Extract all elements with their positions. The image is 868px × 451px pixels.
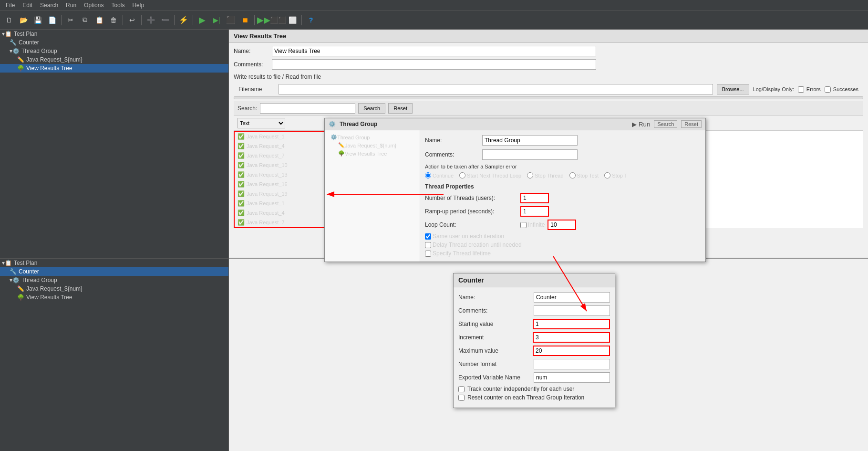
undo-button[interactable]: ↩: [126, 14, 138, 26]
tg-reset-button[interactable]: Reset: [681, 120, 702, 128]
remove-button[interactable]: ➖: [159, 14, 171, 26]
counter-name-input[interactable]: [534, 292, 610, 303]
tg-tree-item-2[interactable]: ✏️ Java Request_${num}: [328, 141, 417, 149]
tree-node-thread-group[interactable]: ▾⚙️ Thread Group: [0, 47, 228, 55]
counter-max-input[interactable]: [533, 346, 610, 356]
tg-radio-stop-t[interactable]: Stop T: [604, 172, 627, 178]
menu-options[interactable]: Options: [80, 2, 107, 9]
result-item-4[interactable]: ✅ Java Request_10: [235, 160, 328, 170]
start-no-pause-button[interactable]: ▶|: [210, 14, 223, 26]
tg-infinite-label[interactable]: Infinite: [520, 221, 545, 228]
tg-ramp-up-input[interactable]: [520, 206, 549, 217]
errors-label: Errors: [806, 86, 821, 92]
delete-button[interactable]: 🗑: [107, 14, 120, 26]
tree-node-test-plan-2[interactable]: ▾📋 Test Plan: [0, 259, 228, 267]
tg-radio-stop-test-input[interactable]: [569, 172, 576, 178]
tg-radio-start-next-input[interactable]: [459, 172, 465, 178]
remote-start-button[interactable]: ▶▶: [258, 14, 270, 26]
result-item-3[interactable]: ✅ Java Request_7: [235, 151, 328, 160]
counter-reset-checkbox[interactable]: [458, 395, 465, 401]
search-button[interactable]: Search: [358, 103, 385, 114]
tree-node-view-results-2[interactable]: 🌳 View Results Tree: [0, 293, 228, 302]
tg-search-button[interactable]: Search: [654, 120, 677, 128]
result-item-9[interactable]: ✅ Java Request_4: [235, 208, 328, 218]
tg-radio-stop-thread-input[interactable]: [527, 172, 533, 178]
tree-node-counter[interactable]: 🔧 Counter: [0, 38, 228, 47]
tg-delay-checkbox[interactable]: [425, 242, 431, 248]
tg-delay-label[interactable]: Delay Thread creation until needed: [425, 241, 701, 248]
tree-node-view-results[interactable]: 🌳 View Results Tree: [0, 64, 228, 73]
tg-same-user-checkbox[interactable]: [425, 233, 431, 240]
text-select[interactable]: Text: [238, 118, 285, 128]
menu-file[interactable]: File: [2, 2, 19, 9]
stop-button[interactable]: ⬛: [225, 14, 237, 26]
errors-checkbox[interactable]: [798, 86, 804, 93]
help-button[interactable]: ?: [305, 14, 317, 26]
tg-radio-continue[interactable]: Continue: [425, 172, 454, 178]
tree-node-test-plan[interactable]: ▾📋 Test Plan: [0, 30, 228, 38]
tree-node-java-request-2[interactable]: ✏️ Java Request_${num}: [0, 284, 228, 293]
successes-checkbox[interactable]: [825, 86, 831, 93]
tg-specify-label[interactable]: Specify Thread lifetime: [425, 250, 701, 257]
remote-shutdown-button[interactable]: ⬜: [286, 14, 299, 26]
new-button[interactable]: 🗋: [3, 14, 15, 26]
counter-comments-input[interactable]: [534, 305, 610, 316]
tree-node-counter-2[interactable]: 🔧 Counter: [0, 267, 228, 276]
result-item-2[interactable]: ✅ Java Request_4: [235, 141, 328, 151]
browse-button[interactable]: Browse...: [717, 84, 749, 94]
counter-format-input[interactable]: [534, 359, 610, 369]
save-button[interactable]: 💾: [31, 14, 44, 26]
result-item-8[interactable]: ✅ Java Request_1: [235, 199, 328, 208]
counter-exported-input[interactable]: [534, 372, 610, 383]
errors-checkbox-label[interactable]: Errors: [798, 86, 821, 93]
counter-track-checkbox[interactable]: [458, 386, 465, 392]
result-item-10[interactable]: ✅ Java Request_7: [235, 218, 328, 227]
result-item-5[interactable]: ✅ Java Request_13: [235, 170, 328, 179]
cut-button[interactable]: ✂: [64, 14, 77, 26]
tree-node-thread-group-2[interactable]: ▾⚙️ Thread Group: [0, 276, 228, 284]
start-button[interactable]: ▶: [196, 14, 208, 26]
search-input[interactable]: [260, 103, 355, 114]
name-input[interactable]: [272, 46, 596, 56]
tg-loop-count-input[interactable]: [548, 220, 576, 230]
tg-same-user-label[interactable]: Same user on each iteration: [425, 233, 701, 240]
tg-infinite-checkbox[interactable]: [520, 222, 527, 228]
filename-input[interactable]: [279, 84, 713, 94]
tg-close-button[interactable]: ▶ Run: [632, 121, 650, 128]
shutdown-button[interactable]: ⏹: [239, 14, 251, 26]
tg-tree-item-1[interactable]: ⚙️ Thread Group: [328, 133, 417, 141]
toggle-button[interactable]: ⚡: [177, 14, 190, 26]
copy-button[interactable]: ⧉: [79, 14, 91, 26]
menu-run[interactable]: Run: [62, 2, 80, 9]
menu-help[interactable]: Help: [128, 2, 148, 9]
paste-button[interactable]: 📋: [93, 14, 105, 26]
sep3: [141, 15, 142, 25]
tg-name-input[interactable]: [482, 135, 578, 146]
comments-input[interactable]: [272, 59, 596, 70]
menu-edit[interactable]: Edit: [19, 2, 36, 9]
tg-tree-label-2: Java Request_${num}: [345, 143, 396, 148]
tg-radio-continue-input[interactable]: [425, 172, 431, 178]
menu-search[interactable]: Search: [36, 2, 62, 9]
result-item-1[interactable]: ✅ Java Request_1: [235, 132, 328, 141]
tg-radio-stop-thread[interactable]: Stop Thread: [527, 172, 563, 178]
tg-tree-item-3[interactable]: 🌳 View Results Tree: [328, 149, 417, 157]
result-item-6[interactable]: ✅ Java Request_16: [235, 179, 328, 189]
templates-button[interactable]: 📄: [46, 14, 58, 26]
open-button[interactable]: 📂: [17, 14, 30, 26]
counter-increment-input[interactable]: [533, 332, 610, 343]
remote-stop-button[interactable]: ⬛⬛: [272, 14, 284, 26]
tg-radio-start-next[interactable]: Start Next Thread Loop: [459, 172, 521, 178]
successes-checkbox-label[interactable]: Successes: [825, 86, 858, 93]
tree-node-java-request[interactable]: ✏️ Java Request_${num}: [0, 55, 228, 64]
tg-num-threads-input[interactable]: [520, 193, 549, 203]
tg-radio-stop-t-input[interactable]: [604, 172, 610, 178]
tg-specify-checkbox[interactable]: [425, 251, 431, 257]
tg-radio-stop-test[interactable]: Stop Test: [569, 172, 599, 178]
counter-starting-input[interactable]: [533, 319, 610, 329]
reset-button[interactable]: Reset: [388, 103, 413, 114]
menu-tools[interactable]: Tools: [107, 2, 128, 9]
tg-comments-input[interactable]: [482, 149, 578, 160]
result-item-7[interactable]: ✅ Java Request_19: [235, 189, 328, 199]
add-button[interactable]: ➕: [145, 14, 157, 26]
